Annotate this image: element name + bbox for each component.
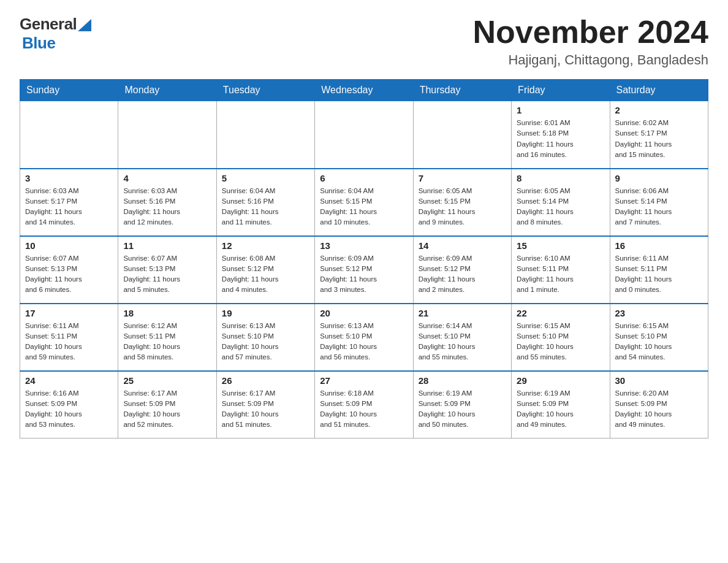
calendar-header-thursday: Thursday <box>413 80 511 101</box>
calendar-cell <box>20 101 118 169</box>
day-number: 26 <box>222 375 309 386</box>
day-number: 9 <box>615 173 703 183</box>
day-info: Sunrise: 6:04 AM Sunset: 5:16 PM Dayligh… <box>222 186 309 228</box>
page-header: General Blue November 2024 Hajiganj, Chi… <box>20 15 708 68</box>
calendar-week-row: 3Sunrise: 6:03 AM Sunset: 5:17 PM Daylig… <box>20 169 708 236</box>
calendar-cell: 25Sunrise: 6:17 AM Sunset: 5:09 PM Dayli… <box>118 371 216 439</box>
calendar-cell: 7Sunrise: 6:05 AM Sunset: 5:15 PM Daylig… <box>413 169 511 236</box>
calendar-cell: 1Sunrise: 6:01 AM Sunset: 5:18 PM Daylig… <box>512 101 610 169</box>
day-info: Sunrise: 6:09 AM Sunset: 5:12 PM Dayligh… <box>320 253 408 296</box>
calendar-cell: 17Sunrise: 6:11 AM Sunset: 5:11 PM Dayli… <box>20 304 118 371</box>
location-text: Hajiganj, Chittagong, Bangladesh <box>473 52 708 68</box>
day-number: 16 <box>615 240 703 251</box>
logo-icon <box>78 19 91 31</box>
svg-marker-0 <box>78 19 91 31</box>
calendar-week-row: 1Sunrise: 6:01 AM Sunset: 5:18 PM Daylig… <box>20 101 708 169</box>
calendar-cell: 14Sunrise: 6:09 AM Sunset: 5:12 PM Dayli… <box>413 236 511 304</box>
calendar-header-wednesday: Wednesday <box>315 80 413 101</box>
calendar-header-friday: Friday <box>512 80 610 101</box>
logo-blue-text: Blue <box>22 34 55 52</box>
day-number: 7 <box>419 173 506 183</box>
day-number: 3 <box>25 173 113 183</box>
day-number: 25 <box>123 375 211 386</box>
day-number: 1 <box>517 105 604 115</box>
day-info: Sunrise: 6:07 AM Sunset: 5:13 PM Dayligh… <box>123 253 211 296</box>
day-info: Sunrise: 6:17 AM Sunset: 5:09 PM Dayligh… <box>123 388 211 431</box>
day-info: Sunrise: 6:10 AM Sunset: 5:11 PM Dayligh… <box>517 253 604 296</box>
calendar-header-tuesday: Tuesday <box>216 80 314 101</box>
calendar-week-row: 17Sunrise: 6:11 AM Sunset: 5:11 PM Dayli… <box>20 304 708 371</box>
calendar-cell: 23Sunrise: 6:15 AM Sunset: 5:10 PM Dayli… <box>610 304 708 371</box>
calendar-cell: 11Sunrise: 6:07 AM Sunset: 5:13 PM Dayli… <box>118 236 216 304</box>
logo: General Blue <box>20 15 91 53</box>
month-title: November 2024 <box>473 15 708 50</box>
day-info: Sunrise: 6:18 AM Sunset: 5:09 PM Dayligh… <box>320 388 408 431</box>
day-info: Sunrise: 6:05 AM Sunset: 5:15 PM Dayligh… <box>419 186 506 228</box>
calendar-week-row: 24Sunrise: 6:16 AM Sunset: 5:09 PM Dayli… <box>20 371 708 439</box>
day-info: Sunrise: 6:17 AM Sunset: 5:09 PM Dayligh… <box>222 388 309 431</box>
calendar-cell: 19Sunrise: 6:13 AM Sunset: 5:10 PM Dayli… <box>216 304 314 371</box>
day-info: Sunrise: 6:07 AM Sunset: 5:13 PM Dayligh… <box>25 253 113 296</box>
day-number: 15 <box>517 240 604 251</box>
day-info: Sunrise: 6:03 AM Sunset: 5:16 PM Dayligh… <box>123 186 211 228</box>
day-number: 29 <box>517 375 604 386</box>
calendar-cell: 24Sunrise: 6:16 AM Sunset: 5:09 PM Dayli… <box>20 371 118 439</box>
calendar-cell: 3Sunrise: 6:03 AM Sunset: 5:17 PM Daylig… <box>20 169 118 236</box>
calendar-cell: 16Sunrise: 6:11 AM Sunset: 5:11 PM Dayli… <box>610 236 708 304</box>
day-info: Sunrise: 6:08 AM Sunset: 5:12 PM Dayligh… <box>222 253 309 296</box>
calendar-cell: 26Sunrise: 6:17 AM Sunset: 5:09 PM Dayli… <box>216 371 314 439</box>
day-number: 20 <box>320 308 408 318</box>
day-info: Sunrise: 6:19 AM Sunset: 5:09 PM Dayligh… <box>517 388 604 431</box>
day-info: Sunrise: 6:04 AM Sunset: 5:15 PM Dayligh… <box>320 186 408 228</box>
day-number: 27 <box>320 375 408 386</box>
day-number: 12 <box>222 240 309 251</box>
calendar-cell: 21Sunrise: 6:14 AM Sunset: 5:10 PM Dayli… <box>413 304 511 371</box>
calendar-cell: 18Sunrise: 6:12 AM Sunset: 5:11 PM Dayli… <box>118 304 216 371</box>
calendar-cell: 30Sunrise: 6:20 AM Sunset: 5:09 PM Dayli… <box>610 371 708 439</box>
calendar-cell: 8Sunrise: 6:05 AM Sunset: 5:14 PM Daylig… <box>512 169 610 236</box>
logo-general-text: General <box>20 15 77 34</box>
calendar-cell: 2Sunrise: 6:02 AM Sunset: 5:17 PM Daylig… <box>610 101 708 169</box>
day-number: 8 <box>517 173 604 183</box>
day-info: Sunrise: 6:03 AM Sunset: 5:17 PM Dayligh… <box>25 186 113 228</box>
day-info: Sunrise: 6:11 AM Sunset: 5:11 PM Dayligh… <box>25 321 113 363</box>
calendar-header-row: SundayMondayTuesdayWednesdayThursdayFrid… <box>20 80 708 101</box>
day-number: 24 <box>25 375 113 386</box>
calendar-header-sunday: Sunday <box>20 80 118 101</box>
day-info: Sunrise: 6:01 AM Sunset: 5:18 PM Dayligh… <box>517 118 604 160</box>
calendar-cell <box>216 101 314 169</box>
calendar-cell: 12Sunrise: 6:08 AM Sunset: 5:12 PM Dayli… <box>216 236 314 304</box>
day-number: 23 <box>615 308 703 318</box>
day-number: 30 <box>615 375 703 386</box>
day-info: Sunrise: 6:16 AM Sunset: 5:09 PM Dayligh… <box>25 388 113 431</box>
calendar-cell: 15Sunrise: 6:10 AM Sunset: 5:11 PM Dayli… <box>512 236 610 304</box>
calendar-header-monday: Monday <box>118 80 216 101</box>
calendar-cell: 5Sunrise: 6:04 AM Sunset: 5:16 PM Daylig… <box>216 169 314 236</box>
day-info: Sunrise: 6:15 AM Sunset: 5:10 PM Dayligh… <box>615 321 703 363</box>
calendar-cell: 10Sunrise: 6:07 AM Sunset: 5:13 PM Dayli… <box>20 236 118 304</box>
day-info: Sunrise: 6:06 AM Sunset: 5:14 PM Dayligh… <box>615 186 703 228</box>
day-number: 21 <box>419 308 506 318</box>
title-block: November 2024 Hajiganj, Chittagong, Bang… <box>473 15 708 68</box>
calendar-cell: 4Sunrise: 6:03 AM Sunset: 5:16 PM Daylig… <box>118 169 216 236</box>
day-info: Sunrise: 6:09 AM Sunset: 5:12 PM Dayligh… <box>419 253 506 296</box>
day-number: 5 <box>222 173 309 183</box>
day-info: Sunrise: 6:05 AM Sunset: 5:14 PM Dayligh… <box>517 186 604 228</box>
calendar-cell: 9Sunrise: 6:06 AM Sunset: 5:14 PM Daylig… <box>610 169 708 236</box>
calendar-cell: 6Sunrise: 6:04 AM Sunset: 5:15 PM Daylig… <box>315 169 413 236</box>
day-number: 22 <box>517 308 604 318</box>
day-number: 4 <box>123 173 211 183</box>
calendar-cell: 27Sunrise: 6:18 AM Sunset: 5:09 PM Dayli… <box>315 371 413 439</box>
day-number: 17 <box>25 308 113 318</box>
day-info: Sunrise: 6:11 AM Sunset: 5:11 PM Dayligh… <box>615 253 703 296</box>
day-info: Sunrise: 6:13 AM Sunset: 5:10 PM Dayligh… <box>320 321 408 363</box>
day-number: 10 <box>25 240 113 251</box>
calendar-cell: 29Sunrise: 6:19 AM Sunset: 5:09 PM Dayli… <box>512 371 610 439</box>
calendar-cell <box>118 101 216 169</box>
day-number: 28 <box>419 375 506 386</box>
calendar-header-saturday: Saturday <box>610 80 708 101</box>
day-number: 6 <box>320 173 408 183</box>
calendar-cell: 28Sunrise: 6:19 AM Sunset: 5:09 PM Dayli… <box>413 371 511 439</box>
day-number: 14 <box>419 240 506 251</box>
calendar-cell: 22Sunrise: 6:15 AM Sunset: 5:10 PM Dayli… <box>512 304 610 371</box>
